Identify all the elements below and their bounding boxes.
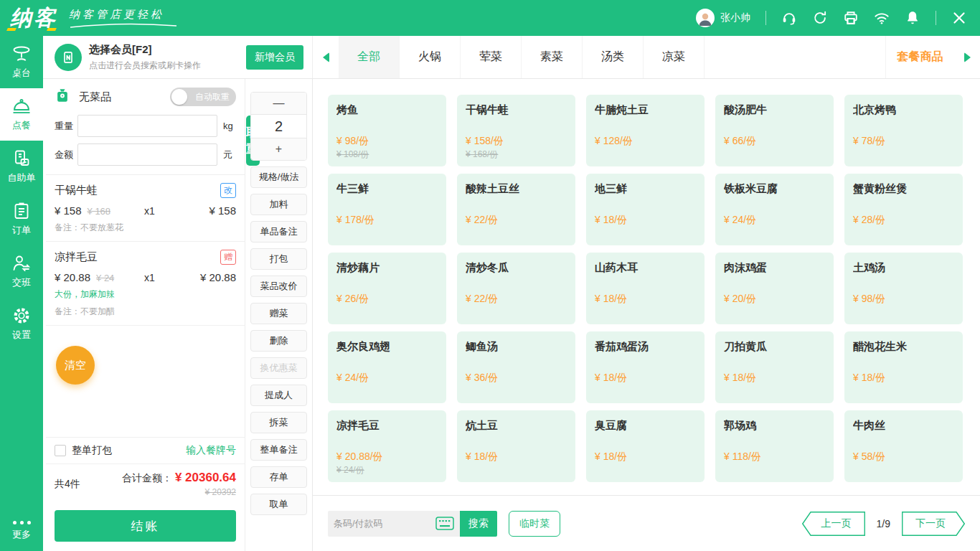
action-button[interactable]: 整单备注 (250, 439, 307, 461)
content: 选择会员[F2] 点击进行会员搜索或刷卡操作 新增会员 全部火锅荤菜素菜汤类凉菜… (43, 36, 980, 551)
menu-item-price: ¥ 24/份 (724, 214, 756, 227)
menu-item-card[interactable]: 牛肉丝¥ 58/份 (844, 410, 963, 482)
menu-item-name: 地三鲜 (595, 182, 696, 196)
search-button[interactable]: 搜索 (460, 511, 497, 537)
member-select-area[interactable]: 选择会员[F2] 点击进行会员搜索或刷卡操作 新增会员 (46, 36, 313, 78)
order-item[interactable]: 干锅牛蛙改¥ 158¥ 168x1¥ 158备注：不要放葱花 (46, 175, 245, 242)
menu-item-card[interactable]: 牛三鲜¥ 178/份 (328, 174, 446, 245)
weight-input[interactable] (77, 115, 217, 137)
tab-combo-products[interactable]: 套餐商品 (885, 36, 954, 78)
menu-item-card[interactable]: 土鸡汤¥ 98/份 (844, 253, 963, 324)
action-button[interactable]: 提成人 (250, 385, 307, 406)
more-dots-icon (13, 521, 31, 524)
menu-item-card[interactable]: 酸汤肥牛¥ 66/份 (715, 95, 834, 166)
increase-qty-button[interactable]: + (251, 138, 306, 160)
sidebar-item-settings[interactable]: 设置 (0, 298, 43, 350)
menu-item-card[interactable]: 地三鲜¥ 18/份 (586, 174, 705, 245)
category-tab[interactable]: 凉菜 (644, 36, 705, 78)
action-button[interactable]: 打包 (250, 248, 307, 270)
topbar-right: 张小帅 (696, 9, 967, 27)
menu-item-card[interactable]: 干锅牛蛙¥ 158/份¥ 168/份 (457, 95, 575, 166)
menu-item-card[interactable]: 山药木耳¥ 18/份 (586, 253, 705, 324)
category-tab[interactable]: 汤类 (583, 36, 644, 78)
prev-page-button[interactable]: 上一页 (802, 512, 865, 536)
menu-item-card[interactable]: 臭豆腐¥ 18/份 (586, 410, 705, 482)
menu-item-old-price: ¥ 24/份 (336, 464, 364, 476)
total-row: 共4件 合计金额： ¥ 20360.64 ¥ 20392 (46, 463, 245, 502)
enter-table-tag-link[interactable]: 输入餐牌号 (186, 444, 236, 457)
temp-dish-button[interactable]: 临时菜 (509, 511, 560, 537)
sidebar-item-tables[interactable]: 桌台 (0, 36, 43, 88)
checkout-button[interactable]: 结账 (55, 510, 236, 542)
action-button[interactable]: 换优惠菜 (250, 357, 307, 379)
action-button[interactable]: 取单 (250, 494, 307, 515)
menu-item-card[interactable]: 醋泡花生米¥ 18/份 (844, 331, 963, 403)
amount-input[interactable] (77, 143, 217, 166)
member-card-icon (55, 44, 82, 71)
menu-item-name: 清炒冬瓜 (466, 261, 567, 275)
action-button[interactable]: 拆菜 (250, 412, 307, 433)
action-button[interactable]: 单品备注 (250, 221, 307, 242)
menu-item-card[interactable]: 烤鱼¥ 98/份¥ 108/份 (328, 95, 446, 166)
menu-item-card[interactable]: 蟹黄粉丝煲¥ 28/份 (844, 174, 963, 245)
next-page-button[interactable]: 下一页 (902, 512, 965, 536)
menu-item-card[interactable]: 番茄鸡蛋汤¥ 18/份 (586, 331, 705, 403)
clear-order-button[interactable]: 清空 (56, 346, 95, 385)
sync-icon[interactable] (812, 10, 828, 26)
category-tab[interactable]: 荤菜 (461, 36, 522, 78)
menu-item-card[interactable]: 凉拌毛豆¥ 20.88/份¥ 24/份 (328, 410, 446, 482)
menu-item-card[interactable]: 鲫鱼汤¥ 36/份 (457, 331, 575, 403)
sidebar-item-label: 订单 (12, 224, 31, 237)
menu-item-card[interactable]: 北京烤鸭¥ 78/份 (844, 95, 963, 166)
category-tab[interactable]: 火锅 (400, 36, 461, 78)
menu-item-card[interactable]: 清炒藕片¥ 26/份 (328, 253, 446, 324)
action-button[interactable]: 存单 (250, 466, 307, 488)
weigh-section: 无菜品 自动取重 重量 kg (46, 79, 245, 175)
action-button[interactable]: 加料 (250, 194, 307, 215)
order-item-price: ¥ 158 (55, 204, 82, 217)
menu-item-name: 烤鱼 (336, 103, 438, 117)
menu-item-price: ¥ 22/份 (466, 214, 498, 227)
category-tab[interactable]: 素菜 (522, 36, 583, 78)
order-item[interactable]: 凉拌毛豆赠¥ 20.88¥ 24x1¥ 20.88大份，加麻加辣备注：不要加醋 (46, 242, 245, 326)
customer-service-icon[interactable] (781, 10, 797, 26)
sidebar-item-self-order[interactable]: 自助单 (0, 141, 43, 193)
tabs-scroll-left-icon[interactable] (313, 36, 339, 78)
wifi-icon[interactable] (874, 10, 890, 26)
menu-item-price: ¥ 26/份 (336, 293, 369, 306)
action-button[interactable]: 删除 (250, 330, 307, 352)
menu-item-name: 肉沫鸡蛋 (724, 261, 825, 275)
auto-weigh-toggle[interactable]: 自动取重 (170, 88, 236, 106)
pack-whole-order-checkbox[interactable] (55, 445, 66, 456)
menu-item-card[interactable]: 奥尔良鸡翅¥ 24/份 (328, 331, 446, 403)
decrease-qty-button[interactable]: — (251, 93, 306, 114)
sidebar-item-label: 自助单 (8, 171, 36, 184)
close-icon[interactable] (951, 10, 967, 26)
printer-icon[interactable] (843, 10, 859, 26)
topbar-divider (765, 11, 766, 25)
user-account[interactable]: 张小帅 (696, 9, 750, 27)
sidebar-item-more[interactable]: 更多 (0, 521, 43, 551)
action-button[interactable]: 赠菜 (250, 303, 307, 324)
menu-item-card[interactable]: 郭场鸡¥ 118/份 (715, 410, 834, 482)
menu-item-card[interactable]: 清炒冬瓜¥ 22/份 (457, 253, 575, 324)
menu-item-card[interactable]: 酸辣土豆丝¥ 22/份 (457, 174, 575, 245)
action-button[interactable]: 规格/做法 (250, 166, 307, 188)
sidebar-item-orders[interactable]: 订单 (0, 193, 43, 245)
main-row: 无菜品 自动取重 重量 kg (43, 79, 980, 551)
sidebar-item-shift[interactable]: 交班 (0, 245, 43, 298)
sidebar-item-order-food[interactable]: 点餐 (0, 88, 43, 141)
menu-item-card[interactable]: 铁板米豆腐¥ 24/份 (715, 174, 834, 245)
menu-item-price: ¥ 36/份 (466, 372, 498, 385)
menu-item-card[interactable]: 肉沫鸡蛋¥ 20/份 (715, 253, 834, 324)
menu-item-card[interactable]: 刀拍黄瓜¥ 18/份 (715, 331, 834, 403)
category-tab[interactable]: 全部 (339, 36, 400, 78)
barcode-input[interactable] (334, 518, 435, 529)
keyboard-icon[interactable] (435, 517, 454, 530)
menu-item-card[interactable]: 牛腩炖土豆¥ 128/份 (586, 95, 705, 166)
tabs-scroll-right-icon[interactable] (954, 36, 980, 78)
add-member-button[interactable]: 新增会员 (246, 45, 303, 70)
menu-item-card[interactable]: 炕土豆¥ 18/份 (457, 410, 575, 482)
notification-icon[interactable] (905, 10, 920, 26)
action-button[interactable]: 菜品改价 (250, 276, 307, 297)
